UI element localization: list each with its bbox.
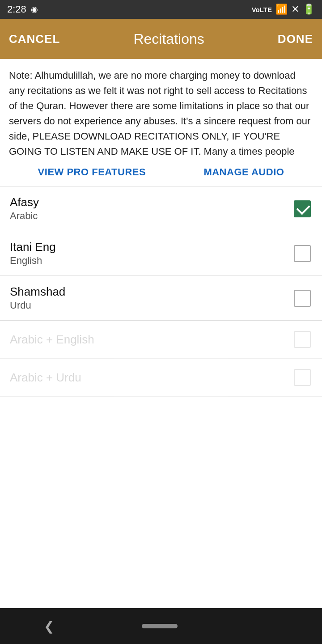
wifi-icon: 📶: [275, 4, 288, 15]
checkbox-container: [292, 288, 312, 308]
status-time-area: 2:28 ◉: [7, 4, 38, 15]
recitation-item-arabic-english: Arabic + English: [0, 321, 322, 359]
recitation-info: AfasyArabic: [10, 195, 39, 222]
recording-icon: ◉: [31, 4, 38, 14]
checkbox-container: [292, 368, 312, 387]
manage-audio-button[interactable]: MANAGE AUDIO: [203, 166, 284, 178]
status-bar: 2:28 ◉ VoLTE 📶 ✕ 🔋: [0, 0, 322, 19]
recitation-name: Arabic + English: [10, 333, 94, 347]
status-time: 2:28: [7, 4, 26, 15]
recitation-name: Shamshad: [10, 285, 65, 299]
note-section: Note: Alhumdulillah, we are no more char…: [0, 59, 322, 162]
checkbox-shamshad[interactable]: [294, 290, 311, 307]
checkbox-arabic-english: [294, 331, 311, 348]
page-title: Recitations: [133, 31, 204, 47]
status-icons: VoLTE 📶 ✕ 🔋: [252, 4, 315, 15]
recitation-list: AfasyArabicItani EngEnglishShamshadUrduA…: [0, 186, 322, 608]
recitation-info: ShamshadUrdu: [10, 285, 65, 311]
done-button[interactable]: DONE: [278, 32, 313, 46]
note-text: Note: Alhumdulillah, we are no more char…: [9, 70, 310, 162]
recitation-language: Urdu: [10, 300, 65, 311]
volte-icon: VoLTE: [252, 6, 272, 13]
view-pro-features-button[interactable]: VIEW PRO FEATURES: [38, 166, 146, 178]
signal-icon: ✕: [291, 4, 299, 15]
recitation-item-afasy[interactable]: AfasyArabic: [0, 186, 322, 231]
recitation-name: Arabic + Urdu: [10, 371, 81, 385]
nav-bar: ❮: [0, 608, 322, 644]
recitation-language: English: [10, 255, 56, 267]
checkbox-itani-eng[interactable]: [294, 245, 311, 262]
home-indicator[interactable]: [142, 624, 178, 628]
checkbox-arabic-urdu: [294, 369, 311, 386]
recitation-item-arabic-urdu: Arabic + Urdu: [0, 359, 322, 397]
recitation-info: Arabic + Urdu: [10, 371, 81, 385]
checkbox-container: [292, 330, 312, 349]
recitation-info: Arabic + English: [10, 333, 94, 347]
cancel-button[interactable]: CANCEL: [9, 32, 60, 46]
recitation-name: Itani Eng: [10, 240, 56, 254]
checkbox-container: [292, 199, 312, 219]
battery-icon: 🔋: [303, 4, 315, 15]
toolbar: CANCEL Recitations DONE: [0, 19, 322, 59]
recitation-name: Afasy: [10, 195, 39, 209]
action-links: VIEW PRO FEATURES MANAGE AUDIO: [0, 162, 322, 186]
recitation-language: Arabic: [10, 210, 39, 222]
recitation-item-itani-eng[interactable]: Itani EngEnglish: [0, 231, 322, 276]
checkbox-container: [292, 244, 312, 263]
back-icon[interactable]: ❮: [44, 619, 54, 634]
checkbox-afasy[interactable]: [294, 200, 311, 217]
recitation-item-shamshad[interactable]: ShamshadUrdu: [0, 276, 322, 321]
recitation-info: Itani EngEnglish: [10, 240, 56, 267]
